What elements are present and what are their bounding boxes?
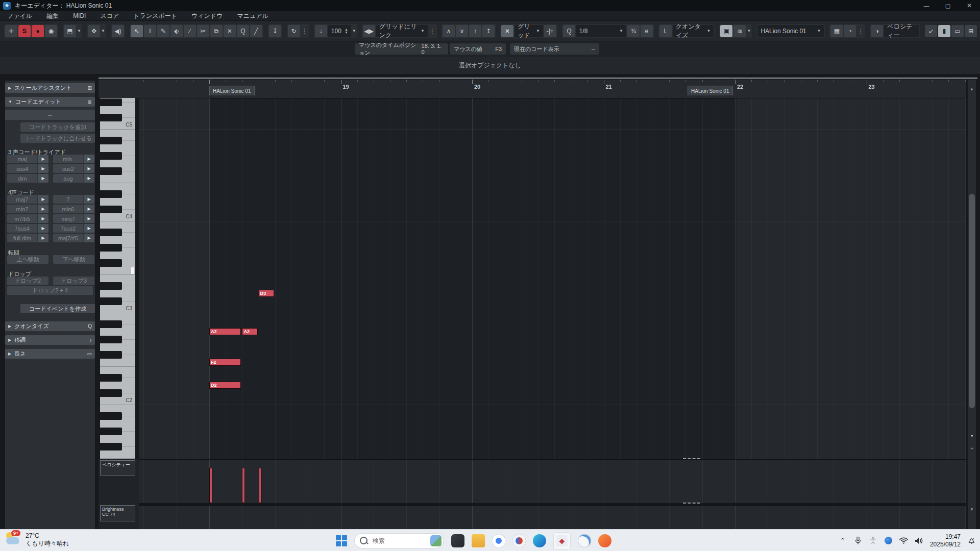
- piano-key-black[interactable]: [100, 282, 122, 290]
- chord-arrow-icon[interactable]: ▶: [83, 234, 94, 242]
- piano-key-black[interactable]: [100, 374, 122, 382]
- add-chord-track-button[interactable]: コードトラックを追加: [20, 122, 95, 132]
- quantize-preset-dropdown[interactable]: 1/8▼: [576, 25, 626, 37]
- menu-item[interactable]: スコア: [93, 11, 126, 20]
- app-icon-white[interactable]: [578, 534, 591, 547]
- piano-key-white[interactable]: [100, 183, 135, 190]
- nudge-up-button[interactable]: ↑: [469, 25, 481, 37]
- link-to-grid-dropdown[interactable]: グリッドにリンク▼: [376, 25, 428, 37]
- split-tool[interactable]: ✂: [197, 25, 209, 37]
- zoom-dot-icon[interactable]: ●: [968, 434, 976, 437]
- timeline-ruler[interactable]: 1920212223HALion Sonic 01HALion Sonic 01: [139, 80, 966, 98]
- cubase-taskbar-icon[interactable]: ◆: [553, 532, 571, 549]
- insert-velocity-field[interactable]: 100▲▼: [328, 25, 351, 37]
- velocity-caret-icon[interactable]: ▼: [352, 29, 356, 33]
- transport-display-button[interactable]: ◔: [844, 25, 856, 37]
- piano-key-white[interactable]: [100, 267, 135, 274]
- chord-arrow-icon[interactable]: ▶: [83, 224, 94, 233]
- drop-button[interactable]: ドロップ2: [7, 277, 48, 285]
- mouse-time-position-field[interactable]: マウスのタイムポジション 18. 3. 1. 0: [355, 43, 448, 55]
- part-editing-mode-button[interactable]: ≋: [733, 25, 746, 37]
- active-part-dropdown[interactable]: HALion Sonic 01▼: [757, 25, 824, 37]
- chord-button-maj[interactable]: maj▶: [7, 155, 48, 163]
- inversion-button[interactable]: 下へ移動: [53, 255, 94, 264]
- midi-note[interactable]: A2: [242, 328, 257, 335]
- piano-key-white[interactable]: [100, 313, 135, 320]
- chord-button-maj7-5[interactable]: maj7/#5▶: [53, 234, 94, 242]
- audition-button[interactable]: ◀): [112, 25, 124, 37]
- section-scale-assistant[interactable]: ▶スケールアシスタント⊞: [5, 83, 95, 93]
- glue-tool[interactable]: ⧉: [210, 25, 223, 37]
- record-button[interactable]: ●: [32, 25, 44, 37]
- piano-key-white[interactable]: [100, 144, 135, 152]
- accessibility-icon[interactable]: [869, 536, 878, 545]
- relative-grid-button[interactable]: -|+: [544, 25, 556, 37]
- independent-track-loop-button[interactable]: ▦: [830, 25, 843, 37]
- velocity-spinner[interactable]: ▲▼: [345, 28, 348, 34]
- inversion-button[interactable]: 上へ移動: [7, 255, 48, 264]
- velocity-bar[interactable]: [259, 468, 262, 503]
- close-button[interactable]: ✕: [959, 0, 980, 11]
- chord-arrow-icon[interactable]: ▶: [37, 174, 48, 183]
- chord-button-m7-b5[interactable]: m7/b5▶: [7, 214, 48, 223]
- chord-arrow-icon[interactable]: ▶: [83, 205, 94, 213]
- piano-key-white[interactable]: [100, 290, 135, 297]
- notification-bell-icon[interactable]: z: [967, 536, 976, 545]
- piano-key-black[interactable]: [100, 190, 122, 198]
- midi-note[interactable]: D3: [259, 290, 274, 297]
- iterative-quantize-button[interactable]: ¾: [627, 25, 640, 37]
- piano-key-white[interactable]: [100, 405, 135, 412]
- chord-button-dim[interactable]: dim▶: [7, 174, 48, 183]
- piano-key-black[interactable]: [100, 137, 122, 144]
- chord-arrow-icon[interactable]: ▶: [37, 155, 48, 163]
- piano-key-white[interactable]: [100, 274, 135, 282]
- mouse-value-field[interactable]: マウスの値 F3: [450, 43, 506, 55]
- scroll-down-icon[interactable]: ▼: [968, 507, 976, 512]
- chord-arrow-icon[interactable]: ▶: [83, 155, 94, 163]
- select-tool[interactable]: ↖: [131, 25, 143, 37]
- chord-button-min7[interactable]: min7▶: [7, 205, 48, 213]
- piano-key-black[interactable]: [100, 428, 122, 435]
- piano-key-black[interactable]: [100, 389, 122, 397]
- piano-key-black[interactable]: [100, 167, 122, 175]
- chord-arrow-icon[interactable]: ▶: [37, 195, 48, 204]
- current-chord-field[interactable]: 現在のコード表示 --: [510, 43, 599, 55]
- task-view-button[interactable]: [451, 534, 464, 547]
- piano-key-white[interactable]: [100, 343, 135, 351]
- piano-key-white[interactable]: [100, 366, 135, 374]
- search-input[interactable]: [372, 537, 426, 545]
- speaker-icon[interactable]: [915, 536, 924, 545]
- piano-key-white[interactable]: [100, 106, 135, 114]
- misc-more-icon[interactable]: ⋮: [857, 28, 864, 35]
- nudge-down-more-button[interactable]: ∨: [456, 25, 468, 37]
- chord-button-sus2[interactable]: sus2▶: [53, 164, 94, 173]
- part-caret-icon[interactable]: ▼: [747, 29, 751, 33]
- menu-item[interactable]: MIDI: [66, 11, 93, 20]
- snap-type-dropdown[interactable]: グリッド▼: [514, 25, 543, 37]
- piano-key-white[interactable]: [100, 420, 135, 428]
- chord-button-min6[interactable]: min6▶: [53, 205, 94, 213]
- chord-arrow-icon[interactable]: ▶: [83, 195, 94, 204]
- range-tool[interactable]: I: [144, 25, 156, 37]
- autoscroll-button[interactable]: ↧: [269, 25, 281, 37]
- drop-2-4-button[interactable]: ドロップ2 + 4: [7, 286, 93, 295]
- solo-button[interactable]: S: [18, 25, 31, 37]
- chord-arrow-icon[interactable]: ▶: [37, 224, 48, 233]
- section-quantize[interactable]: ▶クオンタイズQ: [5, 321, 95, 331]
- chord-button-aug[interactable]: aug▶: [53, 174, 94, 183]
- piano-key-black[interactable]: [100, 412, 122, 420]
- velocity-bar[interactable]: [242, 468, 245, 503]
- piano-key-white[interactable]: [100, 236, 135, 244]
- scrollbar-thumb[interactable]: [969, 194, 975, 408]
- file-explorer-icon[interactable]: [472, 534, 485, 547]
- step-input-button[interactable]: ✛: [5, 25, 17, 37]
- insert-velocity-icon[interactable]: ↓: [315, 25, 327, 37]
- microphone-icon[interactable]: [853, 536, 863, 545]
- create-chord-event-button[interactable]: コードイベントを作成: [20, 304, 95, 313]
- chord-arrow-icon[interactable]: ▶: [83, 214, 94, 223]
- chord-button-7[interactable]: 7▶: [53, 195, 94, 204]
- midi-note[interactable]: D2: [209, 382, 241, 389]
- trim-tool[interactable]: ∕: [184, 25, 196, 37]
- piano-key-white[interactable]: [100, 175, 135, 183]
- chord-button-7sus2[interactable]: 7sus2▶: [53, 224, 94, 233]
